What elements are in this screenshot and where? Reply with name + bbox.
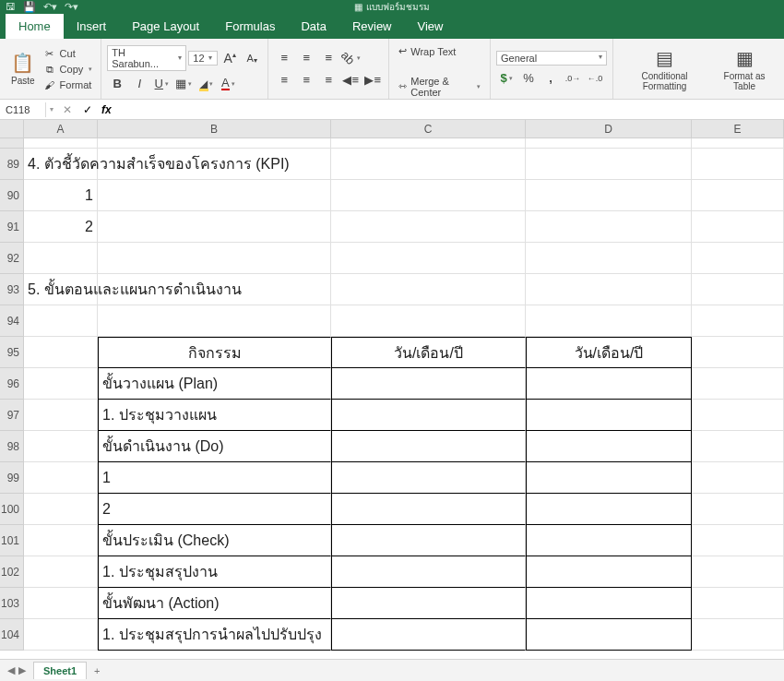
cell[interactable] <box>24 138 98 149</box>
cell[interactable] <box>692 274 784 305</box>
cell[interactable] <box>331 431 526 462</box>
decrease-font-button[interactable]: A▾ <box>242 49 262 67</box>
cell[interactable]: 4. ตัวชี้วัดความสำเร็จของโครงการ (KPI) <box>24 149 98 180</box>
cell[interactable] <box>526 368 692 400</box>
redo-icon[interactable]: ↷▾ <box>65 1 78 13</box>
row-header[interactable]: 104 <box>0 619 24 651</box>
cell[interactable] <box>24 368 98 400</box>
cell[interactable] <box>526 588 692 619</box>
save-alt-icon[interactable]: 💾 <box>23 1 36 13</box>
cell[interactable] <box>98 149 331 180</box>
cell[interactable] <box>692 400 784 431</box>
number-format-select[interactable]: General▾ <box>496 51 607 66</box>
cell[interactable] <box>331 138 526 149</box>
align-top-button[interactable]: ≡ <box>274 49 294 67</box>
cell[interactable] <box>24 619 98 651</box>
cell[interactable] <box>692 243 784 274</box>
cell[interactable] <box>331 494 526 525</box>
cell[interactable]: 1 <box>98 462 331 494</box>
row-header[interactable]: 95 <box>0 337 24 368</box>
cell[interactable]: 1. ประชุมสรุปการนำผลไปปรับปรุง <box>98 619 331 651</box>
cell[interactable] <box>331 180 526 211</box>
cell[interactable] <box>24 525 98 556</box>
cell[interactable] <box>526 180 692 211</box>
cell[interactable] <box>331 619 526 651</box>
cell[interactable] <box>692 494 784 525</box>
row-header[interactable]: 91 <box>0 211 24 243</box>
col-header-c[interactable]: C <box>331 120 526 138</box>
fx-label[interactable]: fx <box>98 103 115 116</box>
row-header[interactable] <box>0 138 24 149</box>
cell[interactable] <box>692 619 784 651</box>
decrease-indent-button[interactable]: ◀≡ <box>340 71 361 90</box>
conditional-formatting-button[interactable]: ▤ Conditional Formatting <box>619 45 710 93</box>
cell[interactable]: ขั้นพัฒนา (Action) <box>98 588 331 619</box>
underline-button[interactable]: U <box>151 75 172 93</box>
cell[interactable] <box>331 462 526 494</box>
cancel-formula-button[interactable]: ✕ <box>57 103 77 116</box>
sheet-tab[interactable]: Sheet1 <box>33 662 87 679</box>
cell[interactable]: วัน/เดือน/ปี <box>331 337 526 368</box>
border-button[interactable]: ▦ <box>173 75 194 93</box>
font-color-button[interactable]: A <box>218 75 238 93</box>
sheet-nav[interactable]: ◀▶ <box>0 664 33 676</box>
cell[interactable] <box>331 211 526 243</box>
cell[interactable]: 2 <box>98 494 331 525</box>
cell[interactable] <box>526 462 692 494</box>
merge-center-button[interactable]: ⇿Merge & Center▾ <box>395 71 484 102</box>
cell[interactable] <box>24 431 98 462</box>
tab-data[interactable]: Data <box>288 14 339 39</box>
select-all-corner[interactable] <box>0 120 24 138</box>
cell[interactable]: 1 <box>24 180 98 211</box>
paste-button[interactable]: 📋 Paste <box>6 50 41 88</box>
bold-button[interactable]: B <box>107 75 127 93</box>
cell[interactable] <box>692 211 784 243</box>
copy-button[interactable]: ⧉Copy▾ <box>41 63 96 77</box>
accept-formula-button[interactable]: ✓ <box>77 103 98 116</box>
row-header[interactable]: 89 <box>0 149 24 180</box>
cell[interactable]: 1. ประชุมวางแผน <box>98 400 331 431</box>
increase-decimal-button[interactable]: .0→ <box>563 69 583 88</box>
tab-insert[interactable]: Insert <box>64 14 120 39</box>
col-header-d[interactable]: D <box>526 120 692 138</box>
align-middle-button[interactable]: ≡ <box>296 49 316 67</box>
cut-button[interactable]: ✂Cut <box>41 47 96 61</box>
wrap-text-button[interactable]: ↩Wrap Text <box>395 36 484 67</box>
cell[interactable] <box>526 138 692 149</box>
cell[interactable] <box>98 138 331 149</box>
cell[interactable] <box>331 305 526 337</box>
cell[interactable]: กิจกรรม <box>98 337 331 368</box>
cell[interactable] <box>692 180 784 211</box>
orientation-button[interactable]: ab <box>340 49 361 67</box>
cell[interactable] <box>526 211 692 243</box>
cell[interactable] <box>692 368 784 400</box>
tab-home[interactable]: Home <box>6 14 64 39</box>
cell[interactable] <box>692 431 784 462</box>
currency-button[interactable]: $ <box>496 69 517 88</box>
format-as-table-button[interactable]: ▦ Format as Table <box>710 45 778 93</box>
increase-indent-button[interactable]: ▶≡ <box>362 71 383 90</box>
align-bottom-button[interactable]: ≡ <box>318 49 339 67</box>
fill-color-button[interactable]: ◢ <box>196 75 216 93</box>
col-header-a[interactable]: A <box>24 120 98 138</box>
row-header[interactable]: 96 <box>0 368 24 400</box>
cell[interactable] <box>331 274 526 305</box>
cell[interactable] <box>331 400 526 431</box>
name-box[interactable]: C118 <box>0 102 46 117</box>
increase-font-button[interactable]: A▴ <box>220 49 240 67</box>
tab-page-layout[interactable]: Page Layout <box>119 14 212 39</box>
cell[interactable]: 1. ประชุมสรุปงาน <box>98 556 331 588</box>
decrease-decimal-button[interactable]: ←.0 <box>585 69 605 88</box>
comma-button[interactable]: , <box>540 69 561 88</box>
cell[interactable] <box>526 619 692 651</box>
add-sheet-button[interactable]: + <box>87 663 107 679</box>
cell[interactable] <box>24 494 98 525</box>
cell[interactable] <box>98 180 331 211</box>
cell[interactable] <box>692 138 784 149</box>
row-header[interactable]: 94 <box>0 305 24 337</box>
row-header[interactable]: 92 <box>0 243 24 274</box>
format-painter-button[interactable]: 🖌Format <box>41 78 96 91</box>
cell[interactable] <box>331 149 526 180</box>
save-icon[interactable]: 🖫 <box>6 1 16 12</box>
cell[interactable] <box>692 556 784 588</box>
